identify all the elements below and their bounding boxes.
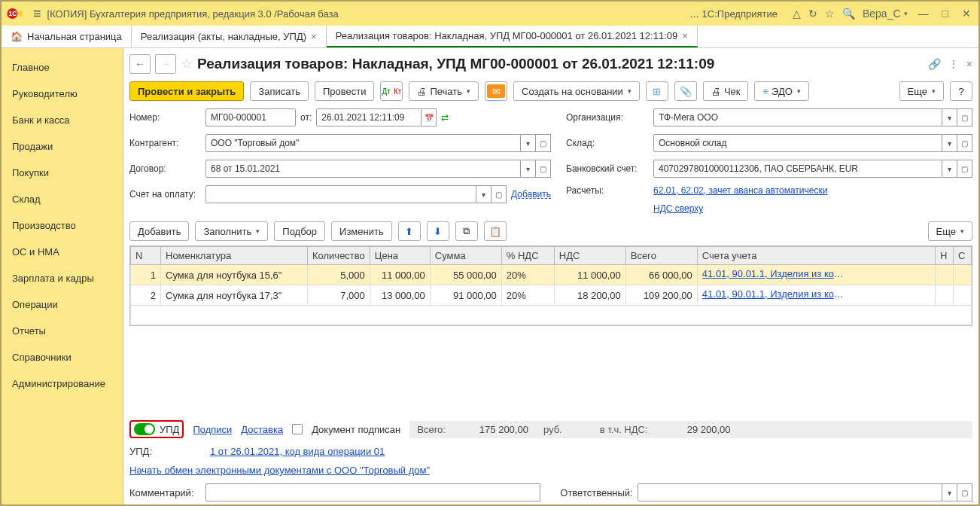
sidebar-item[interactable]: Главное	[2, 54, 123, 81]
favorite-star-icon[interactable]: ☆	[181, 56, 193, 72]
tab-sales-document[interactable]: Реализация товаров: Накладная, УПД МГ00-…	[327, 26, 698, 47]
add-invoice-link[interactable]: Добавить	[511, 189, 551, 200]
settlements-link[interactable]: 62.01, 62.02, зачет аванса автоматически	[653, 185, 827, 196]
table-more-button[interactable]: Еще▾	[928, 221, 972, 241]
chevron-down-icon[interactable]: ▾	[942, 483, 957, 501]
open-icon[interactable]: ▢	[957, 160, 972, 178]
envelope-button[interactable]: ✉	[485, 81, 507, 101]
col-n2[interactable]: Н	[936, 247, 954, 265]
sidebar-item[interactable]: Зарплата и кадры	[2, 265, 123, 291]
close-icon[interactable]: ×	[682, 30, 688, 41]
open-icon[interactable]: ▢	[957, 108, 972, 126]
chevron-down-icon[interactable]: ▾	[942, 160, 957, 178]
close-icon[interactable]: ×	[311, 31, 317, 42]
comment-input[interactable]	[205, 483, 540, 501]
sidebar-item[interactable]: Производство	[2, 212, 123, 239]
open-icon[interactable]: ▢	[957, 134, 972, 152]
invoice-input[interactable]: ▾ ▢	[205, 185, 507, 203]
col-nomenclature[interactable]: Номенклатура	[161, 247, 308, 265]
dt-kt-button[interactable]: ДтКт	[380, 81, 403, 101]
edo-button[interactable]: ≡ЭДО▾	[754, 81, 808, 101]
select-button[interactable]: Подбор	[274, 221, 325, 241]
current-user[interactable]: Вера_С ▾	[863, 8, 908, 20]
sidebar-item[interactable]: Склад	[2, 186, 123, 212]
sidebar-item[interactable]: Администрирование	[2, 370, 123, 397]
open-icon[interactable]: ▢	[492, 185, 507, 203]
move-up-button[interactable]: ⬆	[398, 221, 421, 241]
chevron-down-icon[interactable]: ▾	[521, 160, 536, 178]
history-icon[interactable]: ↻	[808, 8, 817, 20]
chevron-down-icon[interactable]: ▾	[476, 185, 492, 203]
calendar-icon[interactable]: 📅	[422, 108, 437, 126]
col-accounts[interactable]: Счета учета	[697, 247, 935, 265]
upd-document-link[interactable]: 1 от 26.01.2021, код вида операции 01	[210, 446, 385, 457]
sidebar-item[interactable]: Отчеты	[2, 318, 123, 344]
help-button[interactable]: ?	[950, 81, 972, 101]
print-button[interactable]: 🖨Печать▾	[409, 81, 479, 101]
save-button[interactable]: Записать	[250, 81, 309, 101]
col-vat[interactable]: НДС	[554, 247, 625, 265]
sidebar-item[interactable]: Руководителю	[2, 81, 123, 107]
post-button[interactable]: Провести	[315, 81, 375, 101]
back-button[interactable]: ←	[129, 54, 151, 74]
goods-table[interactable]: N Номенклатура Количество Цена Сумма % Н…	[129, 245, 972, 326]
accounts-link[interactable]: 41.01, 90.01.1, Изделия из кожи, 90.0…	[702, 268, 845, 279]
table-row[interactable]: 1 Сумка для ноутбука 15,6" 5,000 11 000,…	[131, 265, 972, 285]
start-edo-link[interactable]: Начать обмен электронными документами с …	[129, 465, 430, 476]
vat-mode-link[interactable]: НДС сверху	[653, 203, 703, 214]
fill-button[interactable]: Заполнить▾	[195, 221, 268, 241]
structure-button[interactable]: ⊞	[646, 81, 668, 101]
chevron-down-icon[interactable]: ▾	[942, 108, 957, 126]
bank-account-input[interactable]: 40702978010000112306, ПАО СБЕРБАНК, EUR …	[653, 160, 972, 178]
table-row[interactable]: 2 Сумка для ноутбука 17,3" 7,000 13 000,…	[131, 285, 972, 306]
attachment-button[interactable]: 📎	[674, 81, 697, 101]
close-window-icon[interactable]: ✕	[959, 8, 974, 20]
create-based-button[interactable]: Создать на основании▾	[513, 81, 640, 101]
delivery-link[interactable]: Доставка	[241, 424, 283, 435]
col-vatp[interactable]: % НДС	[501, 247, 554, 265]
change-button[interactable]: Изменить	[331, 221, 392, 241]
contract-input[interactable]: 68 от 15.01.2021 ▾ ▢	[205, 160, 551, 178]
tab-start-page[interactable]: 🏠 Начальная страница	[2, 26, 132, 47]
chevron-down-icon[interactable]: ▾	[521, 134, 536, 152]
doc-signed-checkbox[interactable]	[292, 424, 303, 434]
cheque-button[interactable]: 🖨Чек	[703, 81, 749, 101]
bell-icon[interactable]: △	[793, 8, 801, 20]
col-price[interactable]: Цена	[370, 247, 430, 265]
number-input[interactable]: МГ00-000001	[205, 108, 296, 126]
minimize-icon[interactable]: —	[915, 8, 932, 20]
upd-toggle[interactable]	[134, 423, 155, 435]
col-sum[interactable]: Сумма	[430, 247, 501, 265]
counterparty-input[interactable]: ООО "Торговый дом" ▾ ▢	[205, 134, 551, 152]
paste-button[interactable]: 📋	[484, 221, 507, 241]
open-icon[interactable]: ▢	[536, 160, 551, 178]
refresh-icon[interactable]: ⇄	[441, 112, 449, 123]
copy-button[interactable]: ⧉	[455, 221, 478, 241]
col-n[interactable]: N	[131, 247, 161, 265]
favorites-icon[interactable]: ☆	[825, 8, 835, 20]
col-qty[interactable]: Количество	[308, 247, 370, 265]
signatures-link[interactable]: Подписи	[193, 424, 232, 435]
link-icon[interactable]: 🔗	[928, 58, 941, 70]
accounts-link[interactable]: 41.01, 90.01.1, Изделия из кожи, 90.0…	[702, 288, 845, 300]
close-form-icon[interactable]: ×	[966, 58, 972, 70]
sidebar-item[interactable]: Покупки	[2, 160, 123, 186]
add-row-button[interactable]: Добавить	[129, 221, 189, 241]
col-s[interactable]: С	[954, 247, 972, 265]
move-down-button[interactable]: ⬇	[427, 221, 449, 241]
more-button[interactable]: Еще▾	[899, 81, 944, 101]
post-and-close-button[interactable]: Провести и закрыть	[129, 81, 244, 101]
sidebar-item[interactable]: Банк и касса	[2, 107, 123, 133]
forward-button[interactable]: →	[155, 54, 176, 74]
kebab-icon[interactable]: ⋮	[948, 58, 959, 70]
sidebar-item[interactable]: Операции	[2, 291, 123, 318]
sidebar-item[interactable]: Продажи	[2, 133, 123, 160]
organization-input[interactable]: ТФ-Мега ООО ▾ ▢	[653, 108, 972, 126]
tab-sales-list[interactable]: Реализация (акты, накладные, УПД) ×	[132, 26, 327, 47]
open-icon[interactable]: ▢	[957, 483, 972, 501]
sidebar-item[interactable]: ОС и НМА	[2, 239, 123, 265]
open-icon[interactable]: ▢	[536, 134, 551, 152]
warehouse-input[interactable]: Основной склад ▾ ▢	[653, 134, 972, 152]
chevron-down-icon[interactable]: ▾	[942, 134, 957, 152]
sidebar-item[interactable]: Справочники	[2, 344, 123, 370]
